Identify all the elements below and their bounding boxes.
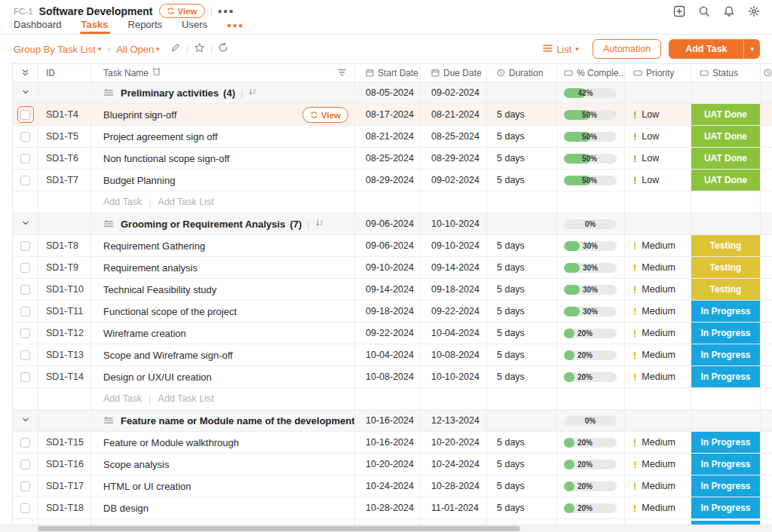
status-badge[interactable]: Testing [691, 235, 760, 256]
scrollbar-thumb[interactable] [38, 526, 520, 531]
tab-users[interactable]: Users [182, 19, 207, 34]
task-start-date-cell[interactable]: 10-16-2024 [355, 432, 421, 453]
task-start-date-cell[interactable]: 09-22-2024 [355, 323, 421, 344]
task-checkbox[interactable] [20, 110, 30, 120]
task-name[interactable]: Requirement Gathering [103, 240, 205, 252]
task-name[interactable]: Design or UX/UI creation [103, 371, 212, 383]
task-percent-cell[interactable]: 50% [557, 148, 625, 169]
task-priority-cell[interactable]: !Medium [625, 301, 691, 322]
progress-bar[interactable]: 20% [564, 438, 617, 448]
task-name-cell[interactable]: Design or UX/UI creation [91, 366, 355, 387]
task-due-date-cell[interactable]: 10-04-2024 [421, 323, 487, 344]
task-status-cell[interactable]: In Progress [691, 497, 761, 518]
progress-bar[interactable]: 50% [564, 154, 617, 164]
task-name[interactable]: Blueprint sign-off [103, 109, 176, 121]
task-duration-cell[interactable]: 5 days [487, 170, 557, 191]
status-badge[interactable]: In Progress [691, 475, 760, 497]
task-percent-cell[interactable]: 20% [557, 475, 625, 497]
task-priority-cell[interactable]: !Medium [625, 279, 691, 300]
progress-bar[interactable]: 20% [564, 372, 617, 382]
task-due-date-cell[interactable]: 09-18-2024 [421, 279, 487, 300]
progress-bar[interactable]: 50% [564, 132, 617, 142]
task-percent-cell[interactable]: 20% [557, 432, 625, 453]
task-name[interactable]: Project agreement sign off [103, 131, 218, 142]
task-duration-cell[interactable]: 5 days [487, 279, 557, 300]
task-due-date-cell[interactable]: 09-10-2024 [421, 235, 487, 256]
task-name-cell[interactable]: HTML or UI creation [91, 475, 355, 497]
column-header-status[interactable]: Status [691, 64, 761, 81]
view-mode-dropdown[interactable]: List ▾ [543, 44, 579, 55]
task-priority-cell[interactable]: !Low [625, 104, 691, 125]
task-start-date-cell[interactable]: 10-08-2024 [355, 366, 421, 387]
task-checkbox[interactable] [20, 460, 30, 469]
task-start-date-cell[interactable]: 08-29-2024 [355, 170, 421, 191]
progress-bar[interactable]: 20% [564, 460, 617, 469]
chevron-down-icon[interactable] [22, 219, 29, 228]
task-name[interactable]: Scope and Wireframe sign-off [103, 350, 233, 361]
task-due-date-cell[interactable]: 10-20-2024 [421, 432, 487, 453]
status-badge[interactable]: In Progress [691, 323, 760, 344]
task-status-cell[interactable]: Testing [691, 235, 761, 256]
task-start-date-cell[interactable]: 08-17-2024 [355, 104, 421, 125]
group-name-cell[interactable]: Grooming or Requirement Analysis(7)| [91, 213, 355, 234]
task-priority-cell[interactable]: !Medium [625, 497, 691, 518]
task-priority-cell[interactable]: !Medium [625, 344, 691, 365]
task-name-cell[interactable]: Scope and Wireframe sign-off [91, 344, 355, 365]
task-due-date-cell[interactable]: 10-28-2024 [421, 475, 487, 497]
task-name-cell[interactable]: DB design [91, 497, 355, 518]
task-name[interactable]: DB design [103, 503, 149, 514]
task-checkbox[interactable] [20, 132, 30, 142]
task-priority-cell[interactable]: !Medium [625, 475, 691, 497]
status-badge[interactable]: In Progress [691, 301, 760, 322]
task-duration-cell[interactable]: 5 days [487, 257, 557, 278]
group-collapse-cell[interactable] [13, 410, 38, 431]
horizontal-scrollbar[interactable] [0, 524, 772, 532]
progress-bar[interactable]: 0% [564, 219, 617, 229]
task-checkbox[interactable] [20, 350, 30, 360]
status-badge[interactable]: UAT Done [691, 126, 760, 147]
notifications-bell-icon[interactable] [723, 5, 735, 17]
task-duration-cell[interactable]: 5 days [487, 366, 557, 387]
progress-bar[interactable]: 42% [564, 88, 617, 98]
group-collapse-cell[interactable] [13, 213, 38, 234]
task-due-date-cell[interactable]: 10-08-2024 [421, 344, 487, 365]
task-percent-cell[interactable]: 20% [557, 344, 625, 365]
task-name-cell[interactable]: Wireframe creation [91, 323, 355, 344]
task-percent-cell[interactable]: 50% [557, 104, 625, 125]
task-priority-cell[interactable]: !Low [625, 148, 691, 169]
task-checkbox[interactable] [20, 372, 30, 382]
task-percent-cell[interactable]: 30% [557, 301, 625, 322]
task-percent-cell[interactable]: 20% [557, 366, 625, 387]
column-header-due-date[interactable]: Due Date [421, 64, 487, 81]
task-status-cell[interactable]: In Progress [691, 454, 761, 475]
refresh-icon[interactable] [218, 42, 228, 56]
task-duration-cell[interactable]: 5 days [487, 301, 557, 322]
alarm-icon[interactable] [152, 67, 161, 78]
task-name-cell[interactable]: Project agreement sign off [91, 126, 355, 147]
task-status-cell[interactable]: In Progress [691, 475, 761, 497]
task-priority-cell[interactable]: !Medium [625, 454, 691, 475]
task-due-date-cell[interactable]: 08-29-2024 [421, 148, 487, 169]
task-name[interactable]: HTML or UI creation [103, 481, 191, 492]
group-collapse-cell[interactable] [13, 82, 38, 103]
status-badge[interactable]: In Progress [691, 432, 760, 453]
task-duration-cell[interactable]: 5 days [487, 344, 557, 365]
task-checkbox[interactable] [20, 154, 30, 164]
status-badge[interactable]: UAT Done [691, 170, 760, 191]
task-due-date-cell[interactable]: 09-02-2024 [421, 170, 487, 191]
task-name-cell[interactable]: Requirement analysis [91, 257, 355, 278]
task-priority-cell[interactable]: !Medium [625, 235, 691, 256]
status-badge[interactable]: Testing [691, 257, 760, 278]
task-start-date-cell[interactable]: 09-14-2024 [355, 279, 421, 300]
column-header-id[interactable]: ID [38, 64, 91, 81]
task-duration-cell[interactable]: 5 days [487, 104, 557, 125]
progress-bar[interactable]: 30% [564, 241, 617, 251]
task-name-cell[interactable]: Non functional scope sign-off [91, 148, 355, 169]
progress-bar[interactable]: 20% [564, 350, 617, 360]
task-duration-cell[interactable]: 5 days [487, 126, 557, 147]
task-checkbox[interactable] [20, 263, 30, 273]
group-name-cell[interactable]: Preliminary activities(4)| [91, 82, 355, 103]
task-status-cell[interactable]: In Progress [691, 432, 761, 453]
task-checkbox[interactable] [20, 329, 30, 338]
task-duration-cell[interactable]: 5 days [487, 235, 557, 256]
